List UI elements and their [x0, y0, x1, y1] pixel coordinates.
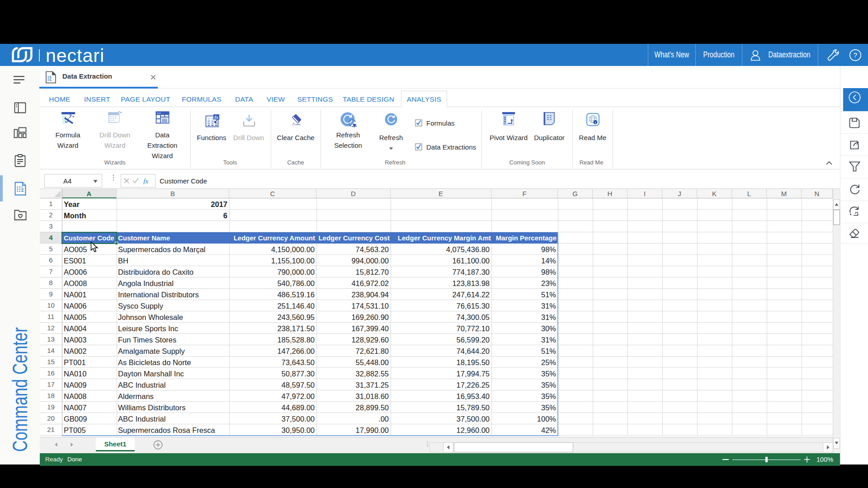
- svg-text:fx: fx: [214, 115, 218, 120]
- svg-text:?: ?: [854, 51, 857, 59]
- svg-text:i: i: [595, 121, 596, 125]
- svg-text:fx: fx: [143, 177, 148, 184]
